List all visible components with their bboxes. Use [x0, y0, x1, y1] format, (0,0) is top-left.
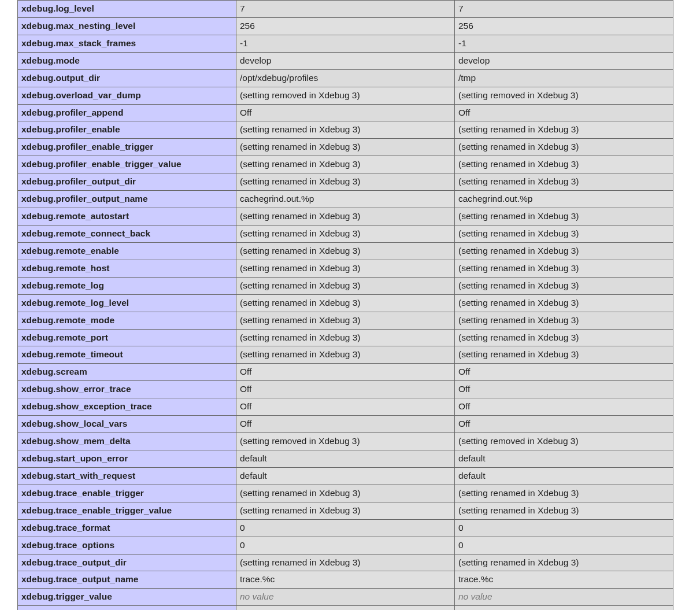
table-row: xdebug.remote_enable(setting renamed in … — [18, 242, 673, 260]
directive-name: xdebug.max_nesting_level — [18, 17, 236, 35]
table-row: xdebug.remote_mode(setting renamed in Xd… — [18, 312, 673, 329]
master-value: (setting renamed in Xdebug 3) — [455, 225, 673, 242]
master-value: (setting renamed in Xdebug 3) — [455, 242, 673, 260]
directive-name: xdebug.show_error_trace — [18, 381, 236, 398]
directive-name: xdebug.overload_var_dump — [18, 87, 236, 104]
table-row: xdebug.show_local_varsOffOff — [18, 416, 673, 433]
master-value: 256 — [455, 17, 673, 35]
local-value: (setting renamed in Xdebug 3) — [236, 485, 455, 502]
table-row: xdebug.remote_timeout(setting renamed in… — [18, 346, 673, 364]
local-value: (setting renamed in Xdebug 3) — [236, 312, 455, 329]
local-value: (setting renamed in Xdebug 3) — [236, 346, 455, 364]
master-value: 7 — [455, 1, 673, 18]
directive-name: xdebug.output_dir — [18, 69, 236, 87]
local-value: (setting renamed in Xdebug 3) — [236, 242, 455, 260]
master-value: trace.%c — [455, 571, 673, 589]
master-value: (setting renamed in Xdebug 3) — [455, 312, 673, 329]
directive-name: xdebug.remote_mode — [18, 312, 236, 329]
table-row: xdebug.profiler_appendOffOff — [18, 104, 673, 121]
local-value: cachegrind.out.%p — [236, 191, 455, 208]
local-value: /opt/xdebug/profiles — [236, 69, 455, 87]
master-value: Off — [455, 398, 673, 416]
table-row: xdebug.trace_enable_trigger_value(settin… — [18, 502, 673, 519]
local-value: 256 — [236, 17, 455, 35]
master-value: -1 — [455, 35, 673, 52]
local-value: Off — [236, 416, 455, 433]
directive-name: xdebug.trigger_value — [18, 589, 236, 606]
local-value: (setting removed in Xdebug 3) — [236, 433, 455, 450]
table-row: xdebug.profiler_output_namecachegrind.ou… — [18, 191, 673, 208]
local-value: no value — [236, 589, 455, 606]
local-value: (setting renamed in Xdebug 3) — [236, 139, 455, 156]
directive-name: xdebug.log_level — [18, 1, 236, 18]
directive-name: xdebug.remote_connect_back — [18, 225, 236, 242]
local-value: (setting renamed in Xdebug 3) — [236, 173, 455, 191]
directive-name: xdebug.profiler_output_name — [18, 191, 236, 208]
table-row: xdebug.max_nesting_level256256 — [18, 17, 673, 35]
table-row: xdebug.use_compression11 — [18, 606, 673, 610]
table-row: xdebug.trace_format00 — [18, 519, 673, 537]
local-value: (setting renamed in Xdebug 3) — [236, 208, 455, 225]
local-value: (setting renamed in Xdebug 3) — [236, 277, 455, 294]
directive-name: xdebug.profiler_enable_trigger — [18, 139, 236, 156]
local-value: Off — [236, 381, 455, 398]
master-value: (setting removed in Xdebug 3) — [455, 87, 673, 104]
table-row: xdebug.remote_autostart(setting renamed … — [18, 208, 673, 225]
table-row: xdebug.trigger_valueno valueno value — [18, 589, 673, 606]
master-value: 0 — [455, 537, 673, 554]
directive-name: xdebug.profiler_enable — [18, 121, 236, 139]
master-value: (setting renamed in Xdebug 3) — [455, 277, 673, 294]
master-value: (setting removed in Xdebug 3) — [455, 433, 673, 450]
directive-name: xdebug.start_upon_error — [18, 450, 236, 467]
master-value: (setting renamed in Xdebug 3) — [455, 346, 673, 364]
table-row: xdebug.show_error_traceOffOff — [18, 381, 673, 398]
local-value: 7 — [236, 1, 455, 18]
table-row: xdebug.trace_output_nametrace.%ctrace.%c — [18, 571, 673, 589]
table-row: xdebug.profiler_enable_trigger_value(set… — [18, 156, 673, 173]
local-value: (setting removed in Xdebug 3) — [236, 87, 455, 104]
local-value: 0 — [236, 519, 455, 537]
table-row: xdebug.remote_log_level(setting renamed … — [18, 294, 673, 312]
master-value: (setting renamed in Xdebug 3) — [455, 554, 673, 571]
table-row: xdebug.start_with_requestdefaultdefault — [18, 467, 673, 485]
master-value: 0 — [455, 519, 673, 537]
master-value: Off — [455, 381, 673, 398]
table-row: xdebug.screamOffOff — [18, 364, 673, 381]
directive-name: xdebug.profiler_output_dir — [18, 173, 236, 191]
directive-name: xdebug.remote_autostart — [18, 208, 236, 225]
local-value: develop — [236, 52, 455, 69]
local-value: Off — [236, 364, 455, 381]
table-row: xdebug.log_level77 — [18, 1, 673, 18]
table-row: xdebug.remote_port(setting renamed in Xd… — [18, 329, 673, 346]
table-row: xdebug.trace_enable_trigger(setting rena… — [18, 485, 673, 502]
master-value: (setting renamed in Xdebug 3) — [455, 121, 673, 139]
table-row: xdebug.trace_options00 — [18, 537, 673, 554]
directive-name: xdebug.remote_log_level — [18, 294, 236, 312]
table-row: xdebug.remote_connect_back(setting renam… — [18, 225, 673, 242]
directive-name: xdebug.trace_enable_trigger — [18, 485, 236, 502]
table-row: xdebug.remote_host(setting renamed in Xd… — [18, 260, 673, 277]
table-row: xdebug.profiler_output_dir(setting renam… — [18, 173, 673, 191]
local-value: (setting renamed in Xdebug 3) — [236, 156, 455, 173]
local-value: 1 — [236, 606, 455, 610]
master-value: default — [455, 467, 673, 485]
directive-name: xdebug.trace_options — [18, 537, 236, 554]
directive-name: xdebug.show_mem_delta — [18, 433, 236, 450]
master-value: (setting renamed in Xdebug 3) — [455, 260, 673, 277]
directive-name: xdebug.trace_format — [18, 519, 236, 537]
table-row: xdebug.profiler_enable_trigger(setting r… — [18, 139, 673, 156]
master-value: develop — [455, 52, 673, 69]
table-row: xdebug.max_stack_frames-1-1 — [18, 35, 673, 52]
directive-name: xdebug.profiler_append — [18, 104, 236, 121]
table-row: xdebug.start_upon_errordefaultdefault — [18, 450, 673, 467]
master-value: Off — [455, 104, 673, 121]
table-row: xdebug.show_exception_traceOffOff — [18, 398, 673, 416]
directive-name: xdebug.remote_timeout — [18, 346, 236, 364]
master-value: no value — [455, 589, 673, 606]
table-row: xdebug.modedevelopdevelop — [18, 52, 673, 69]
master-value: (setting renamed in Xdebug 3) — [455, 173, 673, 191]
local-value: (setting renamed in Xdebug 3) — [236, 225, 455, 242]
directive-name: xdebug.use_compression — [18, 606, 236, 610]
directive-name: xdebug.mode — [18, 52, 236, 69]
directive-name: xdebug.remote_port — [18, 329, 236, 346]
